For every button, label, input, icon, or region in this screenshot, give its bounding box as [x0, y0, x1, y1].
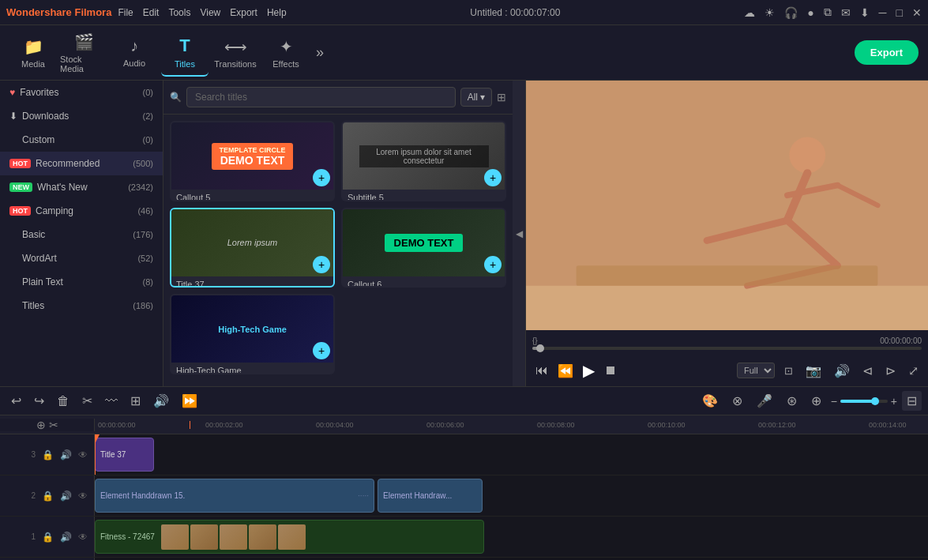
track3-mute-btn[interactable]: 🔊	[58, 448, 73, 462]
progress-handle[interactable]	[536, 344, 544, 352]
minimize-btn[interactable]: ─	[879, 6, 887, 19]
menu-export[interactable]: Export	[230, 7, 257, 18]
toolbar-titles[interactable]: T Titles	[161, 29, 209, 77]
cloud-icon[interactable]: ☁	[744, 6, 755, 19]
account-icon[interactable]: ●	[807, 6, 813, 19]
track1-clip-fitness[interactable]: Fitness - 72467	[95, 520, 484, 554]
toolbar-more-btn[interactable]: »	[316, 44, 324, 61]
download-icon[interactable]: ⬇	[860, 6, 870, 19]
track3-clip-title37[interactable]: Title 37	[95, 438, 154, 472]
tl-split-btn[interactable]: ⊞	[126, 391, 145, 411]
title-card-subtitle5[interactable]: Lorem ipsum dolor sit amet consectetur +…	[341, 121, 506, 201]
fullscreen-btn[interactable]: ⤢	[905, 360, 922, 381]
sidebar-item-wordart[interactable]: WordArt (52)	[0, 246, 163, 270]
bracket-right: }	[535, 336, 537, 345]
volume-btn[interactable]: 🔊	[831, 360, 853, 381]
menu-help[interactable]: Help	[267, 7, 287, 18]
tl-audio-btn[interactable]: 🔊	[148, 391, 174, 411]
callout5-add-btn[interactable]: +	[313, 169, 330, 186]
track2-mute-btn[interactable]: 🔊	[58, 489, 73, 503]
tl-cut-btn[interactable]: ✂	[77, 391, 97, 411]
sidebar-item-titles-sub[interactable]: Titles (186)	[0, 294, 163, 318]
track2-clip-element2[interactable]: Element Handraw...	[378, 479, 483, 513]
step-back-btn[interactable]: ⏪	[554, 360, 577, 381]
track2-eye-btn[interactable]: 👁	[77, 489, 89, 503]
sidebar-item-recommended[interactable]: HOT Recommended (500)	[0, 152, 163, 175]
settings-icon[interactable]: ☀	[765, 6, 775, 19]
tl-color-btn[interactable]: 🎨	[697, 391, 723, 411]
menu-edit[interactable]: Edit	[143, 7, 160, 18]
close-btn[interactable]: ✕	[912, 6, 922, 19]
callout5-label: Callout 5	[171, 190, 333, 201]
camping-count: (46)	[137, 206, 153, 216]
title-card-callout6[interactable]: DEMO TEXT + Callout 6	[341, 208, 506, 288]
title37-add-btn[interactable]: +	[313, 256, 330, 273]
snapshot-btn[interactable]: 📷	[802, 360, 825, 381]
sidebar-item-custom[interactable]: Custom (0)	[0, 128, 163, 152]
track1-mute-btn[interactable]: 🔊	[58, 530, 73, 544]
tl-zoom-track-btn[interactable]: ⊟	[902, 391, 922, 411]
tl-adjust-btn[interactable]: ⊛	[782, 391, 802, 411]
track1-eye-btn[interactable]: 👁	[77, 530, 89, 544]
progress-bar-area: { } 00:00:00:00	[526, 330, 928, 355]
toolbar-stock-media[interactable]: 🎬 Stock Media	[60, 29, 107, 77]
sidebar-item-camping[interactable]: HOT Camping (46)	[0, 199, 163, 223]
collapse-panel-btn[interactable]: ◀	[513, 81, 525, 386]
sidebar-item-basic[interactable]: Basic (176)	[0, 223, 163, 246]
sidebar-item-downloads[interactable]: ⬇ Downloads (2)	[0, 104, 163, 128]
tl-delete-btn[interactable]: 🗑	[52, 392, 74, 411]
tl-voice-btn[interactable]: 🎤	[752, 391, 777, 411]
title-card-hitech[interactable]: High-Tech Game + High-Tech Game	[170, 294, 335, 374]
sidebar-item-favorites[interactable]: ♥ Favorites (0)	[0, 81, 163, 104]
tl-ripple-btn[interactable]: 〰	[100, 392, 122, 411]
titles-icon: T	[179, 36, 190, 56]
toolbar-transitions[interactable]: ⟷ Transitions	[212, 29, 259, 77]
toolbar-effects[interactable]: ✦ Effects	[262, 29, 310, 77]
zoom-out-icon[interactable]: −	[831, 395, 837, 408]
tl-undo-btn[interactable]: ↩	[6, 391, 26, 411]
progress-track[interactable]	[532, 347, 922, 350]
track2-num: 2	[31, 491, 36, 500]
scissors-track-btn[interactable]: ✂	[49, 419, 58, 431]
menu-tools[interactable]: Tools	[168, 7, 190, 18]
filter-dropdown[interactable]: All ▾	[460, 88, 492, 107]
track3-lock-btn[interactable]: 🔒	[40, 448, 55, 462]
toolbar-audio[interactable]: ♪ Audio	[111, 29, 158, 77]
add-track-btn[interactable]: ⊕	[36, 419, 46, 431]
tl-redo-btn[interactable]: ↪	[29, 391, 49, 411]
maximize-btn[interactable]: □	[896, 6, 903, 19]
toolbar-media[interactable]: 📁 Media	[9, 29, 57, 77]
zoom-in-icon[interactable]: +	[891, 395, 897, 408]
headset-icon[interactable]: 🎧	[784, 6, 798, 19]
custom-count: (0)	[143, 135, 153, 145]
title-card-title37[interactable]: Lorem ipsum + Title 37	[170, 208, 335, 288]
next-frame-btn[interactable]: ⊳	[882, 360, 899, 381]
track1-lock-btn[interactable]: 🔒	[40, 530, 55, 544]
track2-clip-element1[interactable]: Element Handdrawn 15. ·····	[95, 479, 374, 513]
title-card-callout5[interactable]: TEMPLATE CIRCLE DEMO TEXT + Callout 5	[170, 121, 335, 201]
svg-rect-1	[526, 286, 928, 330]
pip-btn[interactable]: ⊡	[781, 362, 796, 380]
track2-lock-btn[interactable]: 🔒	[40, 489, 55, 503]
tl-insert-btn[interactable]: ⊕	[806, 391, 826, 411]
tl-speed-btn[interactable]: ⏩	[177, 391, 202, 411]
copy-icon[interactable]: ⧉	[824, 6, 832, 19]
play-btn[interactable]: ▶	[580, 358, 598, 383]
search-input[interactable]	[186, 87, 456, 107]
sidebar-item-whats-new[interactable]: NEW What's New (2342)	[0, 175, 163, 199]
export-button[interactable]: Export	[855, 40, 919, 65]
stop-btn[interactable]: ⏹	[601, 360, 620, 381]
rewind-btn[interactable]: ⏮	[532, 360, 551, 381]
track3-eye-btn[interactable]: 👁	[77, 448, 89, 462]
menu-file[interactable]: File	[118, 7, 133, 18]
grid-view-icon[interactable]: ⊞	[497, 91, 506, 103]
subtitle5-add-btn[interactable]: +	[484, 169, 502, 186]
sidebar-item-plain-text[interactable]: Plain Text (8)	[0, 270, 163, 294]
mail-icon[interactable]: ✉	[841, 6, 851, 19]
tl-mask-btn[interactable]: ⊗	[727, 391, 747, 411]
callout6-add-btn[interactable]: +	[484, 256, 502, 273]
quality-select[interactable]: Full	[737, 363, 775, 378]
prev-frame-btn[interactable]: ⊲	[859, 360, 876, 381]
hitech-add-btn[interactable]: +	[313, 342, 330, 359]
menu-view[interactable]: View	[200, 7, 220, 18]
